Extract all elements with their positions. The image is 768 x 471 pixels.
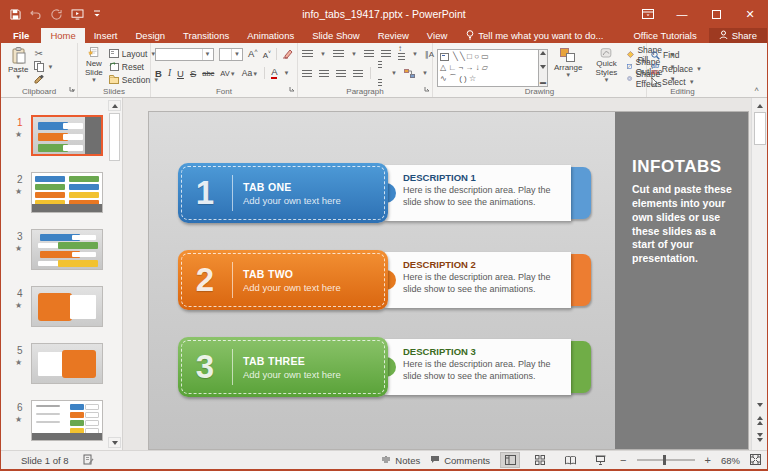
numbering-icon[interactable]	[333, 45, 344, 63]
tab-slide-show[interactable]: Slide Show	[303, 28, 369, 43]
start-from-beginning-icon[interactable]	[71, 9, 84, 20]
clipboard-dialog-launcher-icon[interactable]	[69, 78, 75, 96]
tab-home[interactable]: Home	[41, 28, 84, 43]
account-name[interactable]: Office Tutorials	[621, 28, 708, 43]
tab-transitions[interactable]: Transitions	[174, 28, 238, 43]
animation-star-icon[interactable]: ★	[15, 244, 22, 253]
collapse-ribbon-icon[interactable]: ˄	[754, 85, 759, 94]
animation-star-icon[interactable]: ★	[15, 301, 22, 310]
main-scrollbar[interactable]	[751, 98, 767, 450]
font-dialog-launcher-icon[interactable]	[289, 78, 295, 96]
maximize-button[interactable]	[699, 0, 733, 28]
slide-sorter-view-button[interactable]	[530, 452, 550, 468]
change-case-button[interactable]: Aa▼	[242, 68, 258, 78]
animation-star-icon[interactable]: ★	[15, 415, 22, 424]
slide-canvas[interactable]: INFOTABS Cut and paste these elements in…	[149, 112, 748, 449]
replace-button[interactable]: abacReplace▼	[651, 63, 702, 74]
tab-file[interactable]: File	[1, 28, 41, 43]
ribbon-display-options-icon[interactable]	[631, 0, 665, 28]
decrease-indent-icon[interactable]	[364, 45, 374, 63]
new-slide-button[interactable]: New Slide ▼	[82, 46, 106, 85]
bold-button[interactable]: B	[155, 68, 162, 79]
description-card-2[interactable]: DESCRIPTION 2 Here is the description ar…	[385, 252, 571, 308]
scrollbar-thumb[interactable]	[109, 113, 120, 161]
comments-toggle[interactable]: Comments	[430, 455, 490, 466]
scroll-up-icon[interactable]	[753, 99, 767, 112]
spell-check-icon[interactable]	[83, 454, 94, 467]
find-button[interactable]: Find	[651, 50, 702, 60]
info-tab-row-2[interactable]: DESCRIPTION 2 Here is the description ar…	[178, 250, 591, 310]
customize-qat-icon[interactable]	[93, 10, 101, 18]
reading-view-button[interactable]	[560, 452, 580, 468]
paste-button[interactable]: Paste ▼	[5, 46, 31, 85]
tab-design[interactable]: Design	[126, 28, 174, 43]
slide-sidebar[interactable]: INFOTABS Cut and paste these elements in…	[615, 112, 748, 449]
font-size-combobox[interactable]: ▼	[219, 48, 243, 61]
justify-icon[interactable]	[353, 64, 363, 82]
align-right-icon[interactable]	[336, 64, 346, 82]
animation-star-icon[interactable]: ★	[15, 130, 22, 139]
tab-review[interactable]: Review	[369, 28, 418, 43]
animation-star-icon[interactable]: ★	[15, 358, 22, 367]
italic-button[interactable]: I	[168, 68, 171, 78]
slide-thumbnail-3[interactable]: 3 ★	[1, 229, 107, 277]
cut-button[interactable]: ✂	[34, 48, 53, 59]
thumbnail-scrollbar[interactable]	[108, 100, 121, 448]
info-tab-2[interactable]: 2 TAB TWO Add your own text here	[178, 250, 388, 310]
columns-icon[interactable]	[378, 55, 385, 91]
slide-thumbnail-4[interactable]: 4 ★	[1, 286, 107, 334]
slideshow-view-button[interactable]	[590, 452, 610, 468]
notes-toggle[interactable]: Notes	[381, 455, 420, 466]
line-spacing-icon[interactable]: ↕	[398, 44, 405, 64]
text-shadow-button[interactable]: abc	[202, 69, 214, 78]
tab-animations[interactable]: Animations	[238, 28, 303, 43]
underline-button[interactable]: U	[177, 68, 184, 79]
tab-view[interactable]: View	[418, 28, 456, 43]
align-left-icon[interactable]	[302, 64, 312, 82]
info-tab-row-1[interactable]: DESCRIPTION 1 Here is the description ar…	[178, 163, 591, 223]
info-tab-3[interactable]: 3 TAB THREE Add your own text here	[178, 337, 388, 397]
font-name-combobox[interactable]: ▼	[155, 48, 214, 61]
shapes-gallery[interactable]: ╲ ╲ □ ○ ▭ △ ∟ ¬ → ↓ ▱ ∿ ⌒ ( ) ☆	[437, 49, 539, 87]
character-spacing-button[interactable]: AV▼	[220, 69, 235, 78]
copy-button[interactable]: ▼	[34, 61, 53, 72]
strikethrough-button[interactable]: S	[190, 68, 196, 79]
zoom-in-button[interactable]: +	[705, 454, 711, 466]
share-button[interactable]: Share	[709, 28, 767, 43]
zoom-out-button[interactable]: −	[620, 454, 626, 466]
animation-star-icon[interactable]: ★	[15, 187, 22, 196]
decrease-font-size-icon[interactable]: A˅	[263, 49, 271, 60]
scroll-up-icon[interactable]	[108, 100, 121, 111]
font-color-button[interactable]: A	[271, 67, 277, 79]
zoom-level[interactable]: 68%	[721, 455, 740, 466]
redo-icon[interactable]	[51, 9, 62, 20]
increase-font-size-icon[interactable]: A˄	[248, 48, 258, 59]
zoom-slider-thumb[interactable]	[663, 455, 666, 465]
info-tab-1[interactable]: 1 TAB ONE Add your own text here	[178, 163, 388, 223]
zoom-slider[interactable]	[637, 459, 695, 461]
quick-styles-button[interactable]: Quick Styles ▼	[588, 46, 624, 85]
scrollbar-thumb[interactable]	[754, 112, 766, 145]
minimize-button[interactable]: —	[665, 0, 699, 28]
description-card-1[interactable]: DESCRIPTION 1 Here is the description ar…	[385, 165, 571, 221]
shapes-gallery-scrollbar[interactable]: ▬	[539, 49, 548, 87]
scroll-down-icon[interactable]	[108, 437, 121, 448]
undo-icon[interactable]	[30, 9, 42, 19]
previous-slide-button[interactable]	[753, 414, 767, 427]
slide-thumbnail-6[interactable]: 6 ★	[1, 400, 107, 448]
close-button[interactable]: ✕	[733, 0, 767, 28]
description-card-3[interactable]: DESCRIPTION 3 Here is the description ar…	[385, 339, 571, 395]
next-slide-button[interactable]	[753, 431, 767, 444]
slide-indicator[interactable]: Slide 1 of 8	[21, 455, 69, 466]
clear-formatting-icon[interactable]	[282, 45, 293, 63]
chevron-down-icon[interactable]: ▼	[283, 70, 289, 76]
arrange-button[interactable]: Arrange ▼	[551, 46, 585, 85]
bullets-icon[interactable]	[302, 45, 313, 63]
slide-thumbnail-2[interactable]: 2 ★	[1, 172, 107, 220]
select-button[interactable]: Select▼	[651, 77, 702, 87]
paragraph-dialog-launcher-icon[interactable]	[424, 78, 430, 96]
slide-thumbnail-5[interactable]: 5 ★	[1, 343, 107, 391]
align-center-icon[interactable]	[319, 64, 329, 82]
slide-thumbnail-1[interactable]: 1 ★	[1, 115, 107, 163]
format-painter-button[interactable]	[34, 74, 53, 85]
